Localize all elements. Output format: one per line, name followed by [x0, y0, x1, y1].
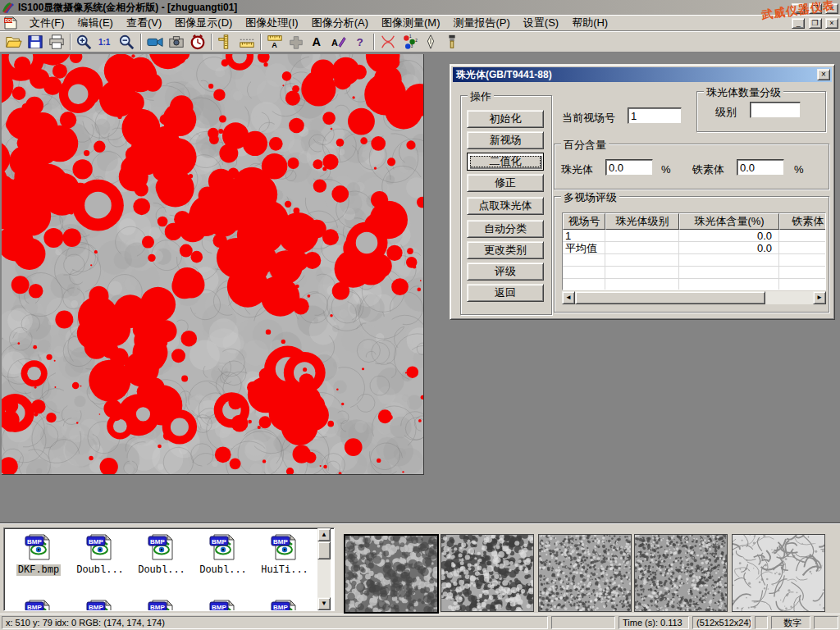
toolbar-video-camera-button[interactable]	[144, 33, 166, 51]
scroll-left-button[interactable]: ◄	[562, 291, 575, 304]
mdi-restore-button[interactable]: ❐	[809, 18, 822, 29]
toolbar-measure-label-button[interactable]: A	[264, 33, 285, 51]
file-item-row2-0[interactable]: BMP	[9, 599, 68, 611]
toolbar-pen-button[interactable]	[420, 33, 441, 51]
op-button-4[interactable]: 点取珠光体	[467, 197, 544, 215]
scroll-right-button[interactable]: ►	[813, 291, 826, 304]
scrollbar-thumb[interactable]	[575, 291, 765, 304]
ferrite-percent-input[interactable]	[737, 159, 784, 176]
toolbar-save-button[interactable]	[25, 33, 46, 51]
image-thumbnail-2[interactable]	[538, 534, 632, 612]
toolbar-classify-button[interactable]: 123	[399, 33, 420, 51]
menu-item-3[interactable]: 图像显示(D)	[168, 14, 239, 32]
toolbar-actual-size-button[interactable]: 1:1	[95, 33, 116, 51]
table-cell: 0.0	[679, 230, 779, 241]
file-item-2[interactable]: BMPDoubl...	[132, 533, 191, 576]
cursor-position-status: x: 510 y: 79 idx: 0 RGB: (174, 174, 174)	[2, 616, 548, 629]
level-input[interactable]	[750, 102, 801, 118]
scrollbar-thumb[interactable]	[317, 541, 331, 559]
mdi-close-button[interactable]: ×	[825, 18, 838, 29]
operation-group-title: 操作	[468, 89, 494, 104]
percent-group-title: 百分含量	[561, 138, 609, 153]
op-button-1[interactable]: 新视场	[467, 131, 544, 149]
bmp-file-icon: BMP	[208, 533, 238, 561]
brush-icon	[443, 34, 461, 50]
toolbar-merge-button[interactable]	[285, 33, 307, 51]
document-icon[interactable]: DOC	[3, 16, 18, 30]
image-thumbnail-1[interactable]	[441, 534, 534, 612]
table-horizontal-scrollbar[interactable]: ◄ ►	[562, 291, 826, 304]
file-item-row2-3[interactable]: BMP	[194, 599, 253, 611]
toolbar-annotate-button[interactable]: A	[328, 33, 349, 51]
menu-item-5[interactable]: 图像分析(A)	[305, 14, 375, 32]
op-button-8[interactable]: 返回	[467, 284, 544, 302]
file-item-4[interactable]: BMPHuiTi...	[255, 533, 314, 576]
toolbar-ruler-button[interactable]	[236, 33, 258, 51]
image-thumbnail-3[interactable]	[634, 534, 728, 612]
svg-text:2: 2	[415, 39, 418, 43]
toolbar-print-button[interactable]	[46, 33, 67, 51]
bmp-file-icon: BMP	[147, 533, 176, 561]
table-column-header-3[interactable]: 铁素体	[779, 213, 826, 230]
table-column-header-1[interactable]: 珠光体级别	[605, 213, 679, 230]
mode-status: 数字	[771, 616, 810, 629]
dialog-title-bar[interactable]: 珠光体(GB/T9441-88) ×	[453, 67, 832, 82]
menu-item-2[interactable]: 查看(V)	[120, 14, 168, 32]
file-list-scrollbar[interactable]: ▲ ▼	[317, 528, 331, 610]
op-button-3[interactable]: 修正	[467, 174, 544, 192]
file-item-row2-2[interactable]: BMP	[132, 599, 191, 611]
toolbar-timer-button[interactable]	[187, 33, 208, 51]
table-row-0[interactable]: 10.0	[563, 230, 825, 242]
dialog-close-button[interactable]: ×	[817, 69, 830, 80]
op-button-6[interactable]: 更改类别	[467, 241, 544, 259]
table-cell	[679, 279, 779, 290]
table-cell	[679, 267, 779, 278]
toolbar-zoom-in-button[interactable]	[74, 33, 95, 51]
table-column-header-2[interactable]: 珠光体含量(%)	[679, 213, 779, 230]
image-thumbnail-0[interactable]	[344, 534, 439, 614]
table-row-1[interactable]: 平均值0.0	[563, 242, 825, 254]
pearlite-unit: %	[661, 163, 671, 176]
toolbar-brush-button[interactable]	[441, 33, 463, 51]
caliper-icon	[217, 34, 235, 50]
table-row-2[interactable]	[563, 254, 825, 267]
pearlite-percent-input[interactable]	[605, 159, 653, 176]
menu-item-6[interactable]: 图像测量(M)	[375, 14, 447, 32]
op-button-7[interactable]: 评级	[467, 262, 544, 281]
micrograph-image[interactable]	[2, 54, 424, 475]
image-thumbnail-4[interactable]	[732, 534, 825, 612]
toolbar-open-button[interactable]	[3, 33, 25, 51]
menu-item-1[interactable]: 编辑(E)	[71, 14, 120, 32]
op-button-5[interactable]: 自动分类	[467, 220, 544, 238]
file-item-0[interactable]: BMPDKF.bmp	[9, 533, 68, 576]
toolbar-text-button[interactable]: A	[307, 33, 328, 51]
svg-text:BMP: BMP	[212, 538, 226, 546]
file-item-1[interactable]: BMPDoubl...	[71, 533, 130, 576]
table-column-header-0[interactable]: 视场号	[563, 213, 605, 230]
table-row-3[interactable]	[563, 267, 825, 279]
file-item-row2-4[interactable]: BMP	[255, 599, 314, 611]
op-button-2[interactable]: 二值化	[467, 153, 544, 171]
file-browser[interactable]: BMPDKF.bmpBMPDoubl...BMPDoubl...BMPDoubl…	[3, 527, 335, 611]
menu-item-9[interactable]: 帮助(H)	[565, 14, 614, 32]
op-button-0[interactable]: 初始化	[467, 110, 544, 128]
file-item-row2-1[interactable]: BMP	[71, 599, 130, 611]
menu-item-0[interactable]: 文件(F)	[23, 14, 71, 32]
scroll-up-button[interactable]: ▲	[317, 528, 331, 541]
menu-item-7[interactable]: 测量报告(P)	[446, 14, 516, 32]
toolbar-caliper-button[interactable]	[215, 33, 236, 51]
menu-item-4[interactable]: 图像处理(I)	[239, 14, 304, 32]
curve-tool-icon	[379, 34, 397, 50]
toolbar: 1:1AAA?123	[0, 31, 840, 52]
toolbar-help-button[interactable]: ?	[349, 33, 371, 51]
toolbar-zoom-out-button[interactable]	[116, 33, 138, 51]
svg-text:BMP: BMP	[27, 538, 42, 546]
mdi-minimize-button[interactable]: _	[792, 18, 805, 29]
scroll-down-button[interactable]: ▼	[317, 597, 331, 610]
toolbar-capture-button[interactable]	[166, 33, 187, 51]
file-item-3[interactable]: BMPDoubl...	[194, 533, 253, 576]
table-row-4[interactable]	[563, 279, 825, 290]
menu-item-8[interactable]: 设置(S)	[517, 14, 565, 32]
current-field-input[interactable]	[628, 107, 682, 124]
toolbar-curve-tool-button[interactable]	[377, 33, 399, 51]
